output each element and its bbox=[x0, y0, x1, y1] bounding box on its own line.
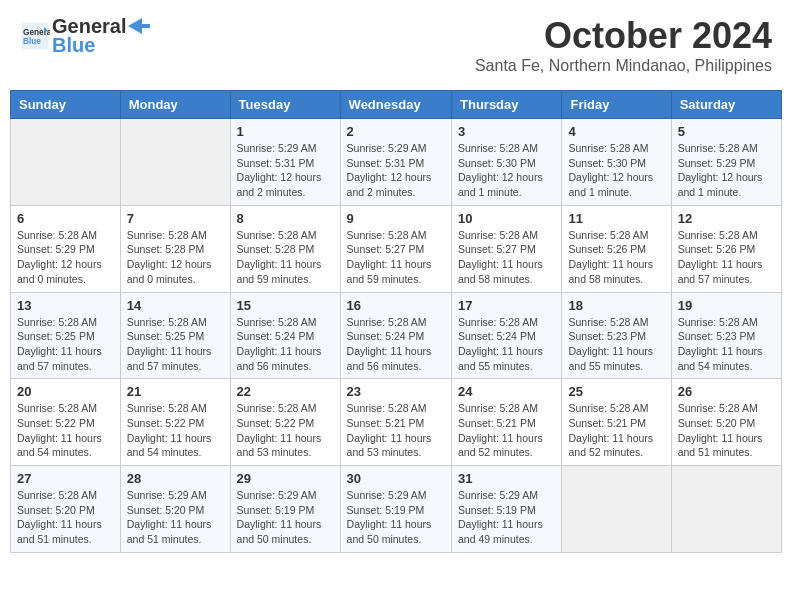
calendar-cell: 19Sunrise: 5:28 AM Sunset: 5:23 PM Dayli… bbox=[671, 292, 781, 379]
month-title: October 2024 bbox=[475, 15, 772, 57]
day-number: 18 bbox=[568, 298, 664, 313]
day-info: Sunrise: 5:29 AM Sunset: 5:31 PM Dayligh… bbox=[237, 141, 334, 200]
day-info: Sunrise: 5:28 AM Sunset: 5:26 PM Dayligh… bbox=[678, 228, 775, 287]
calendar-cell: 23Sunrise: 5:28 AM Sunset: 5:21 PM Dayli… bbox=[340, 379, 451, 466]
calendar-cell: 21Sunrise: 5:28 AM Sunset: 5:22 PM Dayli… bbox=[120, 379, 230, 466]
calendar-table: SundayMondayTuesdayWednesdayThursdayFrid… bbox=[10, 90, 782, 553]
calendar-cell: 28Sunrise: 5:29 AM Sunset: 5:20 PM Dayli… bbox=[120, 466, 230, 553]
calendar-week-row: 27Sunrise: 5:28 AM Sunset: 5:20 PM Dayli… bbox=[11, 466, 782, 553]
day-info: Sunrise: 5:28 AM Sunset: 5:24 PM Dayligh… bbox=[347, 315, 445, 374]
day-info: Sunrise: 5:28 AM Sunset: 5:23 PM Dayligh… bbox=[568, 315, 664, 374]
logo: General Blue General Blue bbox=[20, 15, 150, 57]
day-number: 19 bbox=[678, 298, 775, 313]
day-number: 30 bbox=[347, 471, 445, 486]
day-info: Sunrise: 5:29 AM Sunset: 5:19 PM Dayligh… bbox=[347, 488, 445, 547]
calendar-cell: 20Sunrise: 5:28 AM Sunset: 5:22 PM Dayli… bbox=[11, 379, 121, 466]
calendar-cell: 14Sunrise: 5:28 AM Sunset: 5:25 PM Dayli… bbox=[120, 292, 230, 379]
day-number: 3 bbox=[458, 124, 555, 139]
day-number: 8 bbox=[237, 211, 334, 226]
calendar-cell: 29Sunrise: 5:29 AM Sunset: 5:19 PM Dayli… bbox=[230, 466, 340, 553]
day-number: 5 bbox=[678, 124, 775, 139]
day-number: 9 bbox=[347, 211, 445, 226]
day-number: 23 bbox=[347, 384, 445, 399]
day-info: Sunrise: 5:28 AM Sunset: 5:28 PM Dayligh… bbox=[237, 228, 334, 287]
calendar-cell: 17Sunrise: 5:28 AM Sunset: 5:24 PM Dayli… bbox=[452, 292, 562, 379]
logo-icon: General Blue bbox=[20, 21, 50, 51]
day-info: Sunrise: 5:28 AM Sunset: 5:25 PM Dayligh… bbox=[17, 315, 114, 374]
calendar-cell: 25Sunrise: 5:28 AM Sunset: 5:21 PM Dayli… bbox=[562, 379, 671, 466]
day-number: 28 bbox=[127, 471, 224, 486]
calendar-cell bbox=[11, 119, 121, 206]
day-info: Sunrise: 5:28 AM Sunset: 5:24 PM Dayligh… bbox=[458, 315, 555, 374]
calendar-cell: 15Sunrise: 5:28 AM Sunset: 5:24 PM Dayli… bbox=[230, 292, 340, 379]
day-info: Sunrise: 5:29 AM Sunset: 5:19 PM Dayligh… bbox=[458, 488, 555, 547]
column-header-thursday: Thursday bbox=[452, 91, 562, 119]
day-info: Sunrise: 5:29 AM Sunset: 5:19 PM Dayligh… bbox=[237, 488, 334, 547]
calendar-cell: 4Sunrise: 5:28 AM Sunset: 5:30 PM Daylig… bbox=[562, 119, 671, 206]
calendar-cell: 13Sunrise: 5:28 AM Sunset: 5:25 PM Dayli… bbox=[11, 292, 121, 379]
day-info: Sunrise: 5:28 AM Sunset: 5:21 PM Dayligh… bbox=[458, 401, 555, 460]
calendar-cell: 31Sunrise: 5:29 AM Sunset: 5:19 PM Dayli… bbox=[452, 466, 562, 553]
calendar-cell: 11Sunrise: 5:28 AM Sunset: 5:26 PM Dayli… bbox=[562, 205, 671, 292]
day-number: 16 bbox=[347, 298, 445, 313]
day-info: Sunrise: 5:28 AM Sunset: 5:22 PM Dayligh… bbox=[237, 401, 334, 460]
day-number: 26 bbox=[678, 384, 775, 399]
day-number: 12 bbox=[678, 211, 775, 226]
calendar-cell: 8Sunrise: 5:28 AM Sunset: 5:28 PM Daylig… bbox=[230, 205, 340, 292]
day-number: 27 bbox=[17, 471, 114, 486]
day-info: Sunrise: 5:28 AM Sunset: 5:23 PM Dayligh… bbox=[678, 315, 775, 374]
day-number: 17 bbox=[458, 298, 555, 313]
calendar-cell: 5Sunrise: 5:28 AM Sunset: 5:29 PM Daylig… bbox=[671, 119, 781, 206]
day-number: 6 bbox=[17, 211, 114, 226]
day-number: 21 bbox=[127, 384, 224, 399]
calendar-cell bbox=[562, 466, 671, 553]
calendar-cell: 6Sunrise: 5:28 AM Sunset: 5:29 PM Daylig… bbox=[11, 205, 121, 292]
column-header-sunday: Sunday bbox=[11, 91, 121, 119]
column-header-saturday: Saturday bbox=[671, 91, 781, 119]
day-info: Sunrise: 5:28 AM Sunset: 5:21 PM Dayligh… bbox=[347, 401, 445, 460]
calendar-cell: 1Sunrise: 5:29 AM Sunset: 5:31 PM Daylig… bbox=[230, 119, 340, 206]
day-info: Sunrise: 5:28 AM Sunset: 5:22 PM Dayligh… bbox=[127, 401, 224, 460]
svg-marker-4 bbox=[128, 18, 150, 34]
day-info: Sunrise: 5:28 AM Sunset: 5:21 PM Dayligh… bbox=[568, 401, 664, 460]
column-header-tuesday: Tuesday bbox=[230, 91, 340, 119]
day-number: 31 bbox=[458, 471, 555, 486]
day-info: Sunrise: 5:29 AM Sunset: 5:20 PM Dayligh… bbox=[127, 488, 224, 547]
day-info: Sunrise: 5:28 AM Sunset: 5:30 PM Dayligh… bbox=[568, 141, 664, 200]
day-number: 20 bbox=[17, 384, 114, 399]
day-number: 13 bbox=[17, 298, 114, 313]
day-number: 11 bbox=[568, 211, 664, 226]
day-number: 24 bbox=[458, 384, 555, 399]
calendar-cell: 3Sunrise: 5:28 AM Sunset: 5:30 PM Daylig… bbox=[452, 119, 562, 206]
column-header-monday: Monday bbox=[120, 91, 230, 119]
day-info: Sunrise: 5:28 AM Sunset: 5:25 PM Dayligh… bbox=[127, 315, 224, 374]
day-number: 10 bbox=[458, 211, 555, 226]
calendar-cell: 10Sunrise: 5:28 AM Sunset: 5:27 PM Dayli… bbox=[452, 205, 562, 292]
day-info: Sunrise: 5:28 AM Sunset: 5:29 PM Dayligh… bbox=[17, 228, 114, 287]
day-number: 14 bbox=[127, 298, 224, 313]
calendar-week-row: 20Sunrise: 5:28 AM Sunset: 5:22 PM Dayli… bbox=[11, 379, 782, 466]
day-number: 2 bbox=[347, 124, 445, 139]
svg-text:Blue: Blue bbox=[23, 37, 41, 46]
calendar-cell: 12Sunrise: 5:28 AM Sunset: 5:26 PM Dayli… bbox=[671, 205, 781, 292]
column-header-wednesday: Wednesday bbox=[340, 91, 451, 119]
day-info: Sunrise: 5:28 AM Sunset: 5:20 PM Dayligh… bbox=[17, 488, 114, 547]
day-number: 4 bbox=[568, 124, 664, 139]
calendar-cell: 9Sunrise: 5:28 AM Sunset: 5:27 PM Daylig… bbox=[340, 205, 451, 292]
day-number: 22 bbox=[237, 384, 334, 399]
day-info: Sunrise: 5:28 AM Sunset: 5:22 PM Dayligh… bbox=[17, 401, 114, 460]
day-info: Sunrise: 5:28 AM Sunset: 5:27 PM Dayligh… bbox=[458, 228, 555, 287]
logo-arrow bbox=[128, 18, 150, 34]
calendar-week-row: 6Sunrise: 5:28 AM Sunset: 5:29 PM Daylig… bbox=[11, 205, 782, 292]
calendar-cell: 26Sunrise: 5:28 AM Sunset: 5:20 PM Dayli… bbox=[671, 379, 781, 466]
column-header-friday: Friday bbox=[562, 91, 671, 119]
day-info: Sunrise: 5:29 AM Sunset: 5:31 PM Dayligh… bbox=[347, 141, 445, 200]
calendar-cell: 24Sunrise: 5:28 AM Sunset: 5:21 PM Dayli… bbox=[452, 379, 562, 466]
day-info: Sunrise: 5:28 AM Sunset: 5:28 PM Dayligh… bbox=[127, 228, 224, 287]
day-info: Sunrise: 5:28 AM Sunset: 5:30 PM Dayligh… bbox=[458, 141, 555, 200]
day-number: 1 bbox=[237, 124, 334, 139]
calendar-header-row: SundayMondayTuesdayWednesdayThursdayFrid… bbox=[11, 91, 782, 119]
calendar-cell bbox=[671, 466, 781, 553]
calendar-cell: 27Sunrise: 5:28 AM Sunset: 5:20 PM Dayli… bbox=[11, 466, 121, 553]
day-info: Sunrise: 5:28 AM Sunset: 5:26 PM Dayligh… bbox=[568, 228, 664, 287]
